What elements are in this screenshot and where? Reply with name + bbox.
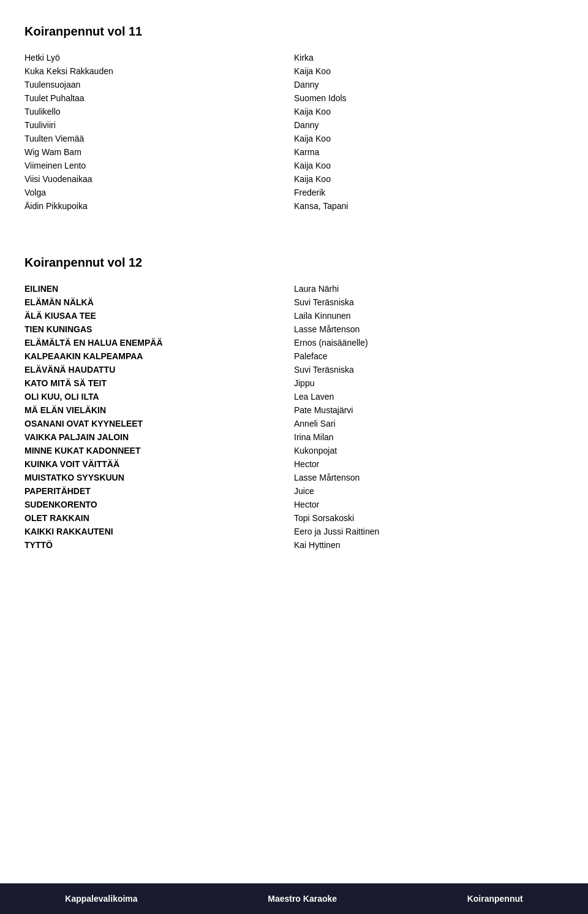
footer-item[interactable]: Kappalevalikoima bbox=[65, 894, 137, 904]
track-artist: Juice bbox=[294, 486, 564, 496]
track-artist: Kaija Koo bbox=[294, 134, 564, 143]
track-artist: Karma bbox=[294, 147, 564, 157]
track-name: TYTTÖ bbox=[24, 540, 294, 550]
table-row: MÄ ELÄN VIELÄKINPate Mustajärvi bbox=[24, 403, 564, 417]
table-row: TuuliviiriDanny bbox=[24, 118, 564, 132]
track-artist: Hector bbox=[294, 500, 564, 509]
table-row: Viisi VuodenaikaaKaija Koo bbox=[24, 172, 564, 186]
table-row: KAIKKI RAKKAUTENIEero ja Jussi Raittinen bbox=[24, 525, 564, 538]
track-name: MUISTATKO SYYSKUUN bbox=[24, 473, 294, 482]
track-name: Kuka Keksi Rakkauden bbox=[24, 66, 294, 76]
table-row: VAIKKA PALJAIN JALOINIrina Milan bbox=[24, 430, 564, 444]
table-row: ÄLÄ KIUSAA TEELaila Kinnunen bbox=[24, 309, 564, 322]
table-row: Äidin PikkupoikaKansa, Tapani bbox=[24, 199, 564, 213]
track-name: ELÄMÄLTÄ EN HALUA ENEMPÄÄ bbox=[24, 338, 294, 348]
track-artist: Kai Hyttinen bbox=[294, 540, 564, 550]
table-row: Tuulten ViemääKaija Koo bbox=[24, 132, 564, 145]
track-name: Tuulten Viemää bbox=[24, 134, 294, 143]
track-name: EILINEN bbox=[24, 284, 294, 294]
track-artist: Danny bbox=[294, 80, 564, 89]
table-row: EILINENLaura Närhi bbox=[24, 282, 564, 295]
track-name: SUDENKORENTO bbox=[24, 500, 294, 509]
track-name: Volga bbox=[24, 188, 294, 197]
table-row: VolgaFrederik bbox=[24, 186, 564, 199]
track-name: Hetki Lyö bbox=[24, 53, 294, 63]
table-row: Hetki LyöKirka bbox=[24, 51, 564, 64]
table-row: OLET RAKKAINTopi Sorsakoski bbox=[24, 511, 564, 525]
track-artist: Topi Sorsakoski bbox=[294, 513, 564, 523]
table-row: ELÄMÄLTÄ EN HALUA ENEMPÄÄErnos (naisääne… bbox=[24, 336, 564, 349]
track-name: Tuulikello bbox=[24, 107, 294, 116]
track-name: Wig Wam Bam bbox=[24, 147, 294, 157]
table-row: SUDENKORENTOHector bbox=[24, 498, 564, 511]
track-artist: Lasse Mårtenson bbox=[294, 324, 564, 334]
vol11-track-list: Hetki LyöKirkaKuka Keksi RakkaudenKaija … bbox=[24, 51, 564, 213]
track-name: OLET RAKKAIN bbox=[24, 513, 294, 523]
track-name: Äidin Pikkupoika bbox=[24, 201, 294, 211]
table-row: ELÄMÄN NÄLKÄSuvi Teräsniska bbox=[24, 295, 564, 309]
track-artist: Lasse Mårtenson bbox=[294, 473, 564, 482]
track-name: ÄLÄ KIUSAA TEE bbox=[24, 311, 294, 321]
track-name: MÄ ELÄN VIELÄKIN bbox=[24, 405, 294, 415]
track-name: Viisi Vuodenaikaa bbox=[24, 174, 294, 184]
track-artist: Ernos (naisäänelle) bbox=[294, 338, 564, 348]
track-artist: Kaija Koo bbox=[294, 174, 564, 184]
track-artist: Anneli Sari bbox=[294, 419, 564, 428]
track-artist: Kansa, Tapani bbox=[294, 201, 564, 211]
track-artist: Jippu bbox=[294, 378, 564, 388]
track-artist: Danny bbox=[294, 120, 564, 130]
track-artist: Eero ja Jussi Raittinen bbox=[294, 527, 564, 536]
track-name: KATO MITÄ SÄ TEIT bbox=[24, 378, 294, 388]
track-name: MINNE KUKAT KADONNEET bbox=[24, 446, 294, 455]
track-artist: Lea Laven bbox=[294, 392, 564, 402]
table-row: KALPEAAKIN KALPEAMPAAPaleface bbox=[24, 349, 564, 363]
track-name: KALPEAAKIN KALPEAMPAA bbox=[24, 351, 294, 361]
table-row: TuulikelloKaija Koo bbox=[24, 105, 564, 118]
track-artist: Paleface bbox=[294, 351, 564, 361]
track-name: PAPERITÄHDET bbox=[24, 486, 294, 496]
track-name: ELÄMÄN NÄLKÄ bbox=[24, 297, 294, 307]
vol11-title: Koiranpennut vol 11 bbox=[24, 25, 564, 39]
track-artist: Suvi Teräsniska bbox=[294, 365, 564, 375]
track-name: KAIKKI RAKKAUTENI bbox=[24, 527, 294, 536]
track-name: Tuuliviiri bbox=[24, 120, 294, 130]
track-name: ELÄVÄNÄ HAUDATTU bbox=[24, 365, 294, 375]
footer-item[interactable]: Maestro Karaoke bbox=[268, 894, 337, 904]
track-name: VAIKKA PALJAIN JALOIN bbox=[24, 432, 294, 442]
main-content: Koiranpennut vol 11 Hetki LyöKirkaKuka K… bbox=[0, 0, 588, 619]
track-artist: Pate Mustajärvi bbox=[294, 405, 564, 415]
table-row: PAPERITÄHDETJuice bbox=[24, 484, 564, 498]
track-name: OSANANI OVAT KYYNELEET bbox=[24, 419, 294, 428]
vol12-title: Koiranpennut vol 12 bbox=[24, 256, 564, 270]
track-artist: Kirka bbox=[294, 53, 564, 63]
track-name: KUINKA VOIT VÄITTÄÄ bbox=[24, 459, 294, 469]
track-name: Tuulensuojaan bbox=[24, 80, 294, 89]
track-artist: Frederik bbox=[294, 188, 564, 197]
table-row: TuulensuojaanDanny bbox=[24, 78, 564, 91]
track-artist: Laila Kinnunen bbox=[294, 311, 564, 321]
track-name: TIEN KUNINGAS bbox=[24, 324, 294, 334]
footer-item[interactable]: Koiranpennut bbox=[467, 894, 523, 904]
table-row: Kuka Keksi RakkaudenKaija Koo bbox=[24, 64, 564, 78]
track-name: Viimeinen Lento bbox=[24, 161, 294, 170]
track-artist: Kukonpojat bbox=[294, 446, 564, 455]
track-artist: Hector bbox=[294, 459, 564, 469]
table-row: TYTTÖKai Hyttinen bbox=[24, 538, 564, 552]
table-row: MINNE KUKAT KADONNEETKukonpojat bbox=[24, 444, 564, 457]
table-row: KATO MITÄ SÄ TEITJippu bbox=[24, 376, 564, 390]
vol12-track-list: EILINENLaura NärhiELÄMÄN NÄLKÄSuvi Teräs… bbox=[24, 282, 564, 552]
track-artist: Irina Milan bbox=[294, 432, 564, 442]
track-artist: Suomen Idols bbox=[294, 93, 564, 103]
track-name: Tuulet Puhaltaa bbox=[24, 93, 294, 103]
track-artist: Kaija Koo bbox=[294, 161, 564, 170]
table-row: MUISTATKO SYYSKUUNLasse Mårtenson bbox=[24, 471, 564, 484]
table-row: KUINKA VOIT VÄITTÄÄHector bbox=[24, 457, 564, 471]
track-name: OLI KUU, OLI ILTA bbox=[24, 392, 294, 402]
table-row: Wig Wam BamKarma bbox=[24, 145, 564, 159]
table-row: ELÄVÄNÄ HAUDATTUSuvi Teräsniska bbox=[24, 363, 564, 376]
footer: KappalevalikoimaMaestro KaraokeKoiranpen… bbox=[0, 883, 588, 914]
table-row: TIEN KUNINGASLasse Mårtenson bbox=[24, 322, 564, 336]
track-artist: Kaija Koo bbox=[294, 107, 564, 116]
table-row: Viimeinen LentoKaija Koo bbox=[24, 159, 564, 172]
table-row: OSANANI OVAT KYYNELEETAnneli Sari bbox=[24, 417, 564, 430]
